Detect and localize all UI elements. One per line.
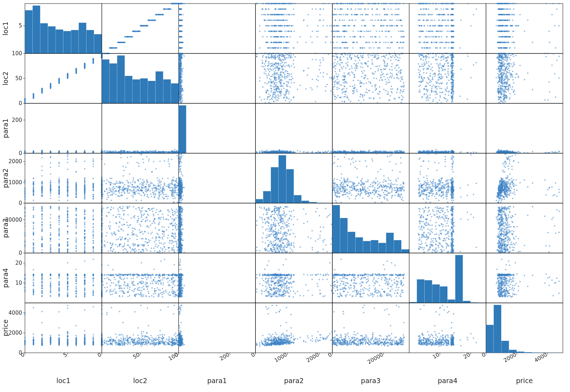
svg-point-3407 bbox=[289, 86, 291, 88]
svg-point-13001 bbox=[33, 269, 34, 270]
svg-point-13451 bbox=[171, 275, 172, 276]
svg-point-1985 bbox=[432, 36, 434, 37]
svg-point-11774 bbox=[288, 243, 290, 245]
svg-point-13334 bbox=[130, 278, 132, 279]
svg-point-14314 bbox=[291, 283, 292, 284]
svg-point-14435 bbox=[349, 284, 351, 286]
svg-point-1409 bbox=[352, 36, 353, 37]
svg-point-8406 bbox=[114, 188, 115, 189]
svg-point-8251 bbox=[144, 182, 145, 183]
svg-point-3760 bbox=[315, 59, 317, 60]
svg-point-15906 bbox=[117, 344, 118, 345]
svg-point-3923 bbox=[379, 79, 380, 81]
svg-point-8368 bbox=[112, 187, 114, 189]
svg-point-8955 bbox=[349, 198, 350, 199]
svg-point-11609 bbox=[320, 231, 321, 232]
svg-point-15052 bbox=[496, 283, 497, 284]
svg-point-9574 bbox=[451, 177, 452, 179]
svg-point-17387 bbox=[447, 336, 449, 338]
svg-point-16819 bbox=[323, 338, 324, 339]
svg-point-9096 bbox=[361, 190, 362, 191]
svg-point-14705 bbox=[369, 288, 370, 289]
svg-point-9682 bbox=[438, 179, 440, 181]
svg-point-7076 bbox=[435, 149, 437, 150]
svg-point-15058 bbox=[503, 278, 504, 279]
svg-point-5440 bbox=[41, 150, 43, 151]
svg-point-12131 bbox=[419, 220, 420, 221]
svg-point-12013 bbox=[429, 247, 430, 249]
svg-point-7846 bbox=[50, 187, 51, 189]
svg-point-12621 bbox=[501, 209, 502, 211]
svg-point-13913 bbox=[326, 273, 328, 275]
svg-point-7862 bbox=[58, 179, 60, 181]
svg-point-10788 bbox=[167, 209, 169, 211]
svg-point-16809 bbox=[271, 345, 273, 346]
svg-point-2284 bbox=[548, 31, 550, 32]
svg-point-2033 bbox=[438, 20, 440, 21]
svg-point-13267 bbox=[143, 289, 145, 290]
svg-point-4509 bbox=[452, 83, 454, 84]
svg-point-14285 bbox=[326, 279, 328, 280]
svg-point-17578 bbox=[438, 345, 440, 347]
svg-point-4625 bbox=[421, 76, 422, 77]
svg-point-10513 bbox=[93, 237, 94, 239]
svg-point-5890 bbox=[128, 151, 129, 152]
svg-point-1587 bbox=[342, 42, 343, 43]
svg-point-11993 bbox=[420, 227, 422, 229]
svg-point-2028 bbox=[435, 36, 437, 37]
svg-point-4923 bbox=[501, 61, 503, 62]
svg-point-12117 bbox=[451, 239, 452, 240]
svg-point-12191 bbox=[425, 222, 427, 223]
svg-point-10694 bbox=[174, 241, 176, 242]
svg-point-1479 bbox=[391, 25, 393, 26]
svg-point-3691 bbox=[331, 78, 332, 79]
svg-point-9057 bbox=[334, 162, 335, 163]
svg-point-8313 bbox=[141, 200, 142, 201]
svg-point-9179 bbox=[356, 190, 357, 191]
svg-point-16837 bbox=[272, 340, 274, 342]
svg-point-14101 bbox=[285, 259, 287, 260]
svg-point-4828 bbox=[544, 99, 546, 101]
svg-point-4593 bbox=[453, 92, 454, 93]
svg-point-15586 bbox=[141, 331, 142, 332]
svg-point-12557 bbox=[512, 222, 513, 223]
svg-point-9480 bbox=[443, 197, 444, 198]
svg-point-8102 bbox=[155, 193, 156, 194]
svg-point-10658 bbox=[167, 214, 169, 216]
svg-point-2099 bbox=[421, 47, 423, 48]
svg-point-8171 bbox=[105, 183, 107, 184]
svg-point-4200 bbox=[385, 66, 387, 67]
svg-point-15032 bbox=[513, 278, 514, 279]
svg-point-9463 bbox=[452, 157, 454, 158]
svg-point-839 bbox=[180, 42, 182, 43]
svg-point-17045 bbox=[383, 338, 385, 340]
svg-point-13311 bbox=[161, 294, 163, 295]
hist-bar bbox=[171, 83, 178, 103]
svg-point-3357 bbox=[180, 67, 182, 69]
svg-point-8355 bbox=[162, 178, 163, 179]
svg-point-12548 bbox=[507, 237, 508, 238]
svg-point-8046 bbox=[118, 182, 119, 184]
svg-point-10887 bbox=[142, 207, 143, 208]
svg-point-10438 bbox=[33, 231, 34, 233]
svg-point-8057 bbox=[150, 194, 151, 195]
svg-point-10698 bbox=[105, 235, 107, 237]
svg-point-3411 bbox=[270, 63, 271, 65]
svg-point-10847 bbox=[173, 211, 175, 212]
svg-point-6305 bbox=[278, 151, 280, 153]
svg-point-3739 bbox=[284, 77, 285, 78]
svg-point-10224 bbox=[50, 241, 51, 242]
svg-point-4610 bbox=[425, 97, 427, 99]
svg-point-16913 bbox=[362, 342, 364, 344]
svg-point-15817 bbox=[122, 343, 123, 345]
svg-point-9651 bbox=[425, 194, 427, 195]
svg-point-12107 bbox=[450, 229, 451, 231]
svg-point-14382 bbox=[384, 279, 385, 281]
svg-point-1235 bbox=[287, 3, 289, 4]
svg-point-13416 bbox=[102, 284, 104, 285]
svg-point-4112 bbox=[376, 78, 377, 79]
svg-point-12149 bbox=[453, 222, 455, 223]
svg-point-14219 bbox=[331, 289, 332, 291]
svg-point-10532 bbox=[141, 238, 142, 239]
svg-point-8258 bbox=[169, 165, 170, 167]
